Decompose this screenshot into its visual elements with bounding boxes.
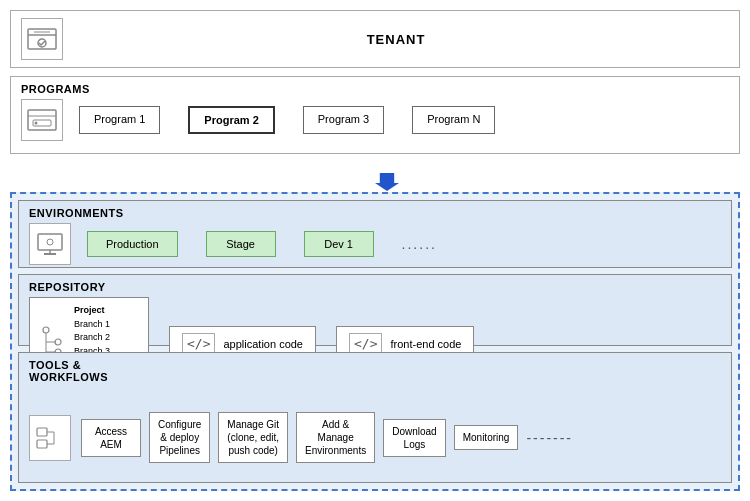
env-box-stage[interactable]: Stage [206, 231, 276, 257]
environments-content: Production Stage Dev 1 ...... [29, 223, 721, 265]
tenant-section: TENANT [10, 10, 740, 68]
tool-box-configure-deploy[interactable]: Configure & deploy Pipelines [149, 412, 210, 463]
code-brackets-icon: </> [182, 333, 215, 354]
program-box-n[interactable]: Program N [412, 106, 495, 134]
tool-box-monitoring[interactable]: Monitoring [454, 425, 519, 450]
code-brackets-icon-2: </> [349, 333, 382, 354]
env-box-dev1[interactable]: Dev 1 [304, 231, 374, 257]
environments-label: ENVIRONMENTS [29, 207, 721, 219]
repo-project-title: Project [74, 304, 112, 318]
programs-section: PROGRAMS Program 1 Program 2 Program 3 P… [10, 76, 740, 154]
app-code-label: application code [223, 338, 303, 350]
tool-dots: ------- [526, 430, 573, 446]
tool-boxes: Access AEM Configure & deploy Pipelines … [81, 412, 721, 463]
frontend-code-label: front-end code [390, 338, 461, 350]
tool-box-manage-git[interactable]: Manage Git (clone, edit, push code) [218, 412, 288, 463]
svg-rect-5 [38, 234, 62, 250]
repository-section: REPOSITORY [18, 274, 732, 346]
tools-icon [29, 415, 71, 461]
program-box-1[interactable]: Program 1 [79, 106, 160, 134]
tool-box-add-manage-env[interactable]: Add & Manage Environments [296, 412, 375, 463]
tool-box-download-logs[interactable]: Download Logs [383, 419, 445, 457]
main-container: TENANT PROGRAMS Program 1 Program 2 Prog… [0, 0, 750, 501]
svg-rect-16 [37, 428, 47, 436]
tenant-icon [21, 18, 63, 60]
tools-content: Access AEM Configure & deploy Pipelines … [29, 387, 721, 488]
tools-label: TOOLS & WORKFLOWS [29, 359, 721, 383]
blue-dashed-container: ENVIRONMENTS Production Stage Dev 1 ....… [10, 192, 740, 491]
tool-box-access-aem[interactable]: Access AEM [81, 419, 141, 457]
tools-section: TOOLS & WORKFLOWS Access AEM Configure &… [18, 352, 732, 483]
svg-point-7 [43, 327, 49, 333]
program-boxes: Program 1 Program 2 Program 3 Program N [79, 106, 729, 134]
programs-content: Program 1 Program 2 Program 3 Program N [21, 99, 729, 141]
environments-section: ENVIRONMENTS Production Stage Dev 1 ....… [18, 200, 732, 268]
programs-label: PROGRAMS [21, 83, 729, 95]
program-box-3[interactable]: Program 3 [303, 106, 384, 134]
svg-point-4 [35, 122, 38, 125]
program-box-2[interactable]: Program 2 [188, 106, 274, 134]
environments-icon [29, 223, 71, 265]
tenant-title: TENANT [63, 32, 729, 47]
arrow-container [10, 162, 740, 184]
svg-point-6 [47, 239, 53, 245]
repository-label: REPOSITORY [29, 281, 721, 293]
env-dots: ...... [402, 236, 437, 252]
programs-icon [21, 99, 63, 141]
env-boxes: Production Stage Dev 1 ...... [87, 231, 721, 257]
svg-rect-17 [37, 440, 47, 448]
env-box-production[interactable]: Production [87, 231, 178, 257]
